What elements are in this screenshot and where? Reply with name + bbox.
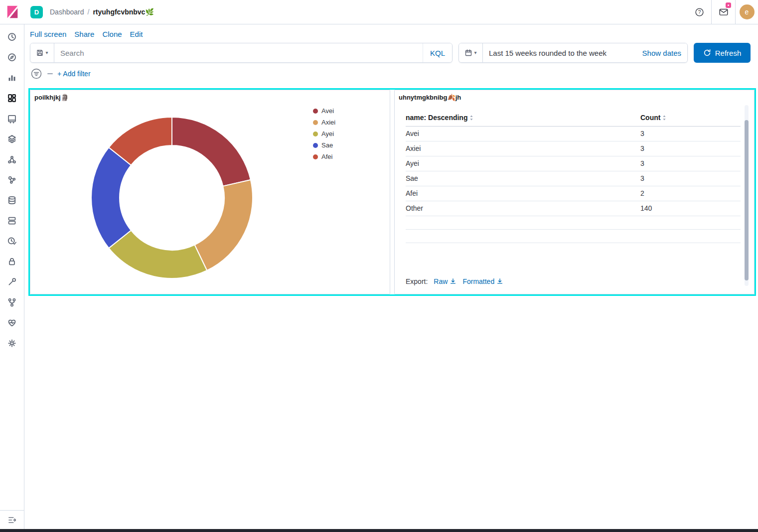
cell-name: Other — [406, 201, 640, 216]
legend-item-Ayei[interactable]: Ayei — [313, 130, 335, 137]
sidebar-item-logs[interactable] — [5, 194, 18, 207]
chevron-down-icon: ▾ — [45, 50, 48, 55]
data-table-area: name: DescendingCount Avei3Axiei3Ayei3Sa… — [406, 110, 741, 243]
cell-name: Ayei — [406, 156, 640, 171]
kql-button[interactable]: KQL — [423, 43, 452, 62]
calendar-button[interactable]: ▾ — [459, 43, 483, 62]
sidebar-item-visualize[interactable] — [5, 71, 18, 84]
data-table: name: DescendingCount Avei3Axiei3Ayei3Sa… — [406, 110, 741, 243]
export-raw-label: Raw — [434, 277, 448, 285]
clone-link[interactable]: Clone — [102, 30, 122, 38]
compass-icon — [7, 52, 17, 62]
breadcrumb-dashboard-link[interactable]: Dashboard — [50, 8, 84, 16]
filter-bar: + Add filter — [24, 63, 758, 80]
sidebar-item-saved-objects[interactable] — [5, 214, 18, 227]
legend-swatch — [313, 132, 318, 136]
query-bar: ▾ KQL ▾ Last 15 weeks rounded to the wee… — [24, 43, 758, 63]
dashboard-menu: Full screen Share Clone Edit — [24, 24, 758, 43]
sidebar-item-dashboard[interactable] — [5, 92, 18, 105]
sidebar-item-machine-learning[interactable] — [5, 153, 18, 166]
breadcrumb-title: rtyuhgfcvbnbvc🌿 — [93, 8, 153, 16]
save-icon — [36, 49, 44, 57]
legend-swatch — [313, 143, 318, 148]
sidebar-item-uptime[interactable] — [5, 235, 18, 248]
sidebar-item-monitoring[interactable] — [5, 316, 18, 329]
table-body: Avei3Axiei3Ayei3Sae3Afei2Other140 — [406, 127, 741, 243]
filter-icon — [30, 68, 42, 80]
export-raw-link[interactable]: Raw — [434, 277, 456, 285]
sidebar-item-fork[interactable] — [5, 296, 18, 309]
sidebar-item-canvas[interactable] — [5, 112, 18, 125]
edit-link[interactable]: Edit — [130, 30, 143, 38]
pie-panel-title[interactable]: poilkhjkj🗿 — [30, 90, 73, 101]
add-filter-link[interactable]: + Add filter — [57, 70, 91, 78]
app-sidebar — [0, 24, 24, 529]
pie-slice-Avei[interactable] — [172, 117, 251, 186]
database-icon — [7, 195, 17, 205]
collapse-sidebar-button[interactable] — [5, 514, 18, 527]
pie-slice-Sae[interactable] — [91, 147, 131, 248]
legend-label: Sae — [321, 141, 333, 149]
legend-item-Axiei[interactable]: Axiei — [313, 119, 335, 126]
header-actions: ? e — [687, 0, 758, 24]
sidebar-item-recently-viewed[interactable] — [5, 30, 18, 43]
filter-options-button[interactable] — [30, 67, 43, 80]
main-content: Full screen Share Clone Edit ▾ KQL ▾ Las… — [24, 24, 758, 529]
sidebar-item-maps[interactable] — [5, 133, 18, 145]
breadcrumb-separator: / — [88, 8, 90, 16]
filter-divider — [47, 73, 53, 74]
kibana-logo-icon — [5, 4, 20, 19]
pie-slice-Axiei[interactable] — [195, 180, 253, 270]
pie-slice-Ayei[interactable] — [109, 230, 207, 278]
cell-count: 3 — [640, 141, 741, 156]
donut-chart-svg — [89, 115, 255, 280]
date-range-text[interactable]: Last 15 weeks rounded to the week — [483, 43, 636, 62]
sidebar-item-dev-tools[interactable] — [5, 275, 18, 288]
saved-query-button[interactable]: ▾ — [30, 43, 54, 62]
legend-item-Sae[interactable]: Sae — [313, 141, 335, 149]
cell-count: 140 — [640, 201, 741, 216]
search-group: ▾ KQL — [30, 43, 453, 63]
donut-chart — [89, 115, 255, 282]
sidebar-item-security[interactable] — [5, 255, 18, 268]
show-dates-button[interactable]: Show dates — [636, 43, 687, 62]
graph-icon — [7, 175, 17, 185]
help-button[interactable]: ? — [687, 0, 711, 24]
legend-item-Afei[interactable]: Afei — [313, 153, 335, 160]
table-panel-title[interactable]: uhnytmgkbnibg🍂jh — [395, 90, 465, 101]
search-input[interactable] — [54, 43, 423, 62]
dock-toggle-icon — [7, 516, 16, 525]
panels-selection-group: poilkhjkj🗿 AveiAxieiAyeiSaeAfei uhnytmgk… — [28, 88, 756, 296]
table-row: Afei2 — [406, 186, 741, 201]
table-header-row: name: DescendingCount — [406, 110, 741, 127]
clock-check-icon — [7, 236, 17, 246]
column-header-count[interactable]: Count — [640, 110, 741, 127]
sidebar-item-graph[interactable] — [5, 173, 18, 186]
download-icon — [450, 278, 456, 285]
refresh-label: Refresh — [715, 49, 742, 57]
clock-icon — [7, 32, 17, 42]
table-scrollbar-thumb[interactable] — [745, 120, 749, 280]
legend-swatch — [313, 120, 318, 125]
cell-name: Sae — [406, 171, 640, 186]
heartbeat-icon — [7, 318, 17, 328]
user-menu-button[interactable]: e — [735, 0, 758, 24]
sidebar-item-discover[interactable] — [5, 51, 18, 64]
export-formatted-link[interactable]: Formatted — [462, 277, 503, 285]
full-screen-link[interactable]: Full screen — [30, 30, 66, 38]
column-header-name[interactable]: name: Descending — [406, 110, 640, 127]
newsfeed-button[interactable] — [711, 0, 735, 24]
share-link[interactable]: Share — [74, 30, 94, 38]
space-badge[interactable]: D — [30, 6, 43, 18]
table-empty-row — [406, 216, 741, 230]
kibana-logo[interactable] — [0, 0, 24, 24]
cell-empty — [406, 216, 640, 230]
cell-count: 3 — [640, 156, 741, 171]
legend-label: Afei — [321, 153, 332, 160]
app-header: D Dashboard / rtyuhgfcvbnbvc🌿 ? e — [0, 0, 758, 24]
sidebar-item-management[interactable] — [5, 337, 18, 350]
chevron-down-icon: ▾ — [474, 50, 476, 55]
cell-empty — [640, 216, 741, 230]
refresh-button[interactable]: Refresh — [694, 43, 751, 63]
legend-item-Avei[interactable]: Avei — [313, 107, 335, 115]
